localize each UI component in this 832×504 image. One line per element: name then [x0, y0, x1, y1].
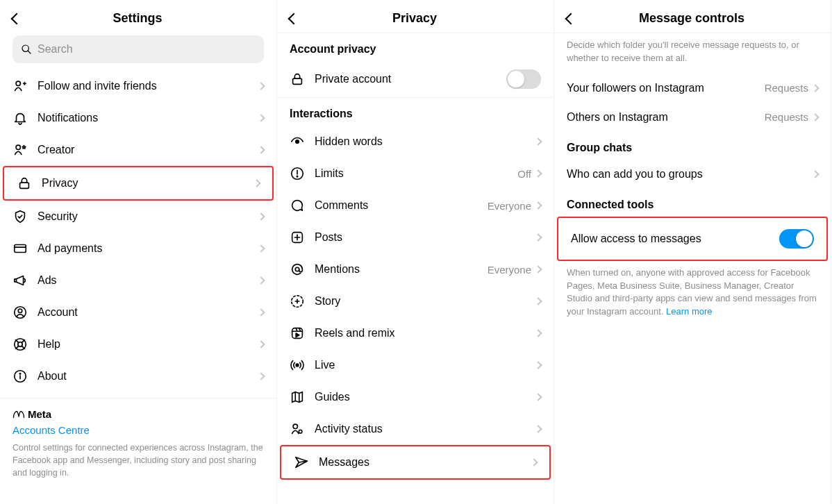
chevron-right-icon — [257, 372, 265, 380]
settings-account[interactable]: Account — [0, 296, 276, 328]
item-label: Live — [315, 359, 531, 371]
privacy-panel: Privacy Account privacy Private account … — [277, 0, 554, 504]
speech-bubble-icon — [290, 198, 308, 213]
item-label: Allow access to messages — [571, 233, 779, 245]
chevron-right-icon — [534, 201, 542, 209]
privacy-hidden-words[interactable]: Hidden words — [277, 126, 554, 158]
svg-point-19 — [19, 373, 20, 374]
svg-line-16 — [22, 346, 24, 348]
item-value: Requests — [765, 82, 808, 94]
section-account-privacy: Account privacy — [277, 33, 554, 61]
privacy-activity-status[interactable]: Activity status — [277, 413, 554, 445]
privacy-live[interactable]: Live — [277, 349, 554, 381]
card-icon — [13, 241, 31, 256]
chevron-right-icon — [257, 212, 265, 220]
item-value: Everyone — [488, 200, 531, 212]
lock-icon — [290, 72, 308, 87]
item-label: Others on Instagram — [567, 111, 765, 124]
at-icon — [290, 262, 308, 277]
privacy-comments[interactable]: Comments Everyone — [277, 190, 554, 221]
allow-access-row: Allow access to messages — [557, 217, 828, 261]
bell-icon — [13, 110, 31, 126]
msgctrl-group-add[interactable]: Who can add you to groups — [554, 160, 831, 189]
meta-logo: Meta — [13, 408, 264, 420]
header: Settings — [0, 0, 276, 33]
privacy-limits[interactable]: Limits Off — [277, 158, 554, 190]
section-interactions: Interactions — [277, 98, 554, 126]
svg-point-21 — [296, 140, 299, 144]
item-label: Your followers on Instagram — [567, 82, 765, 94]
privacy-guides[interactable]: Guides — [277, 381, 554, 413]
item-value: Everyone — [488, 264, 531, 276]
chevron-right-icon — [534, 233, 542, 241]
chevron-right-icon — [534, 297, 542, 305]
allow-access-toggle[interactable] — [779, 229, 814, 249]
svg-line-1 — [28, 51, 31, 53]
page-title: Privacy — [298, 11, 531, 26]
settings-ads[interactable]: Ads — [0, 264, 276, 296]
item-label: Who can add you to groups — [567, 168, 813, 180]
item-label: Guides — [315, 391, 531, 403]
item-label: Privacy — [42, 177, 254, 190]
item-label: Notifications — [38, 112, 258, 124]
svg-rect-20 — [293, 78, 302, 84]
intro-text: Decide which folder you'll receive messa… — [554, 33, 831, 74]
item-label: About — [38, 370, 258, 383]
item-label: Follow and invite friends — [38, 80, 258, 92]
svg-point-5 — [16, 145, 20, 149]
item-label: Messages — [319, 456, 527, 469]
settings-notifications[interactable]: Notifications — [0, 102, 276, 134]
learn-more-link[interactable]: Learn more — [666, 306, 712, 317]
page-title: Message controls — [575, 11, 808, 26]
item-label: Story — [315, 295, 531, 308]
search-icon — [21, 44, 32, 55]
svg-rect-7 — [15, 245, 26, 253]
chevron-right-icon — [257, 82, 265, 90]
search-input[interactable]: Search — [13, 35, 264, 63]
msgctrl-others[interactable]: Others on Instagram Requests — [554, 103, 831, 132]
user-icon — [13, 305, 31, 320]
settings-help[interactable]: Help — [0, 328, 276, 360]
msgctrl-followers[interactable]: Your followers on Instagram Requests — [554, 74, 831, 103]
privacy-posts[interactable]: Posts — [277, 221, 554, 253]
settings-follow[interactable]: Follow and invite friends — [0, 70, 276, 102]
section-connected-tools: Connected tools — [554, 189, 831, 217]
message-controls-panel: Message controls Decide which folder you… — [554, 0, 831, 504]
story-icon — [290, 294, 308, 309]
life-buoy-icon — [13, 337, 31, 352]
footer-text: Control settings for connected experienc… — [13, 442, 264, 479]
chevron-right-icon — [534, 393, 542, 401]
settings-panel: Settings Search Follow and invite friend… — [0, 0, 277, 504]
chevron-right-icon — [257, 276, 265, 284]
eye-hidden-icon — [290, 134, 308, 149]
chevron-right-icon — [257, 308, 265, 316]
alert-circle-icon — [290, 166, 308, 181]
settings-footer: Meta Accounts Centre Control settings fo… — [0, 398, 276, 489]
privacy-reels[interactable]: Reels and remix — [277, 317, 554, 349]
chevron-right-icon — [530, 458, 538, 466]
chevron-right-icon — [534, 265, 542, 273]
svg-point-10 — [18, 309, 22, 313]
settings-adpayments[interactable]: Ad payments — [0, 233, 276, 264]
settings-about[interactable]: About — [0, 360, 276, 392]
privacy-messages[interactable]: Messages — [280, 445, 551, 480]
item-label: Creator — [38, 144, 258, 156]
svg-point-24 — [297, 176, 297, 176]
chevron-right-icon — [253, 179, 260, 187]
star-user-icon — [13, 142, 31, 158]
settings-security[interactable]: Security — [0, 201, 276, 233]
plus-square-icon — [290, 230, 308, 245]
chevron-right-icon — [534, 137, 542, 145]
privacy-story[interactable]: Story — [277, 285, 554, 317]
settings-creator[interactable]: Creator — [0, 134, 276, 166]
map-icon — [290, 389, 308, 405]
privacy-mentions[interactable]: Mentions Everyone — [277, 253, 554, 285]
settings-privacy[interactable]: Privacy — [3, 166, 274, 201]
users-plus-icon — [13, 78, 31, 94]
svg-point-36 — [296, 364, 299, 367]
chevron-right-icon — [257, 244, 265, 252]
private-account-toggle[interactable] — [506, 69, 541, 89]
item-value: Off — [517, 168, 531, 180]
accounts-centre-link[interactable]: Accounts Centre — [13, 424, 264, 436]
header: Message controls — [554, 0, 831, 33]
